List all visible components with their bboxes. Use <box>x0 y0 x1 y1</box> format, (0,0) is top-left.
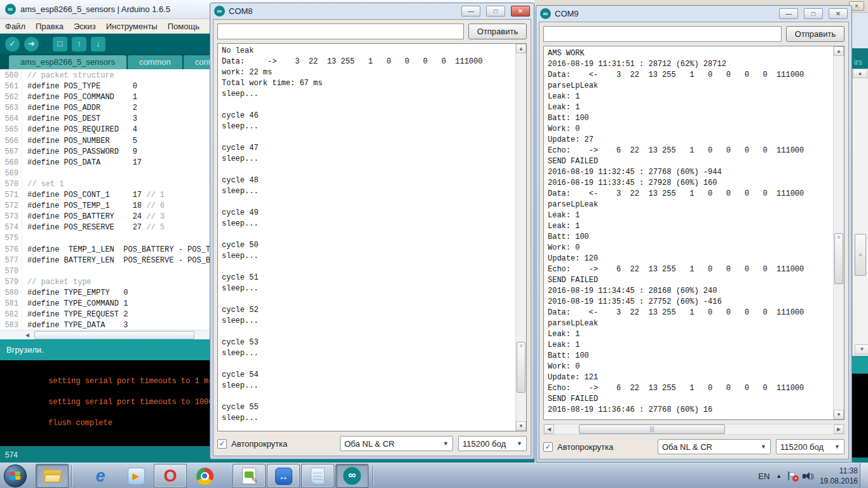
vertical-scrollbar[interactable]: ▲ ≡ ▼ <box>833 46 844 419</box>
line-ending-select[interactable]: Оба NL & CR ▼ <box>340 436 453 451</box>
taskbar-opera-button[interactable]: O <box>154 464 187 488</box>
horizontal-scrollbar[interactable]: ◀ ||| ▶ <box>543 424 844 435</box>
scroll-right-icon[interactable]: ▶ <box>834 424 844 434</box>
scroll-up-icon[interactable]: ▲ <box>834 46 844 56</box>
verify-button[interactable]: ✓ <box>5 37 20 51</box>
arduino-logo-icon: ∞ <box>5 4 16 15</box>
volume-icon[interactable]: )) <box>803 472 813 480</box>
arduino-logo-icon: ∞ <box>540 8 551 19</box>
scroll-up-icon[interactable]: ▲ <box>853 69 867 78</box>
taskbar-internet-explorer-button[interactable]: e <box>84 464 117 488</box>
autoscroll-label: Автопрокрутка <box>231 439 287 449</box>
chrome-icon <box>196 468 214 485</box>
open-sketch-button[interactable]: ↑ <box>72 37 86 51</box>
tray-time: 11:38 <box>820 466 858 476</box>
scrollbar-thumb[interactable] <box>34 331 194 339</box>
chevron-down-icon: ▼ <box>517 440 522 447</box>
taskbar-divider <box>71 465 72 487</box>
menu-file[interactable]: Файл <box>0 22 31 31</box>
notepad-plus-plus-icon: ✎ <box>242 468 256 484</box>
line-ending-select[interactable]: Оба NL & CR ▼ <box>658 439 771 454</box>
menu-help[interactable]: Помощь <box>163 22 205 31</box>
arduino-icon: ∞ <box>343 467 361 485</box>
chevron-down-icon: ▼ <box>834 444 840 450</box>
minimize-button[interactable]: — <box>779 8 798 19</box>
start-button[interactable] <box>4 464 27 487</box>
baud-rate-select[interactable]: 115200 бод ▼ <box>458 436 527 451</box>
serial-output-text: AMS WORK 2016-08-19 11:31:51 : 28712 (62… <box>544 46 844 417</box>
send-button[interactable]: Отправить <box>786 26 844 42</box>
com8-titlebar[interactable]: ∞ COM8 — □ ✕ <box>213 3 531 19</box>
autoscroll-checkbox[interactable]: ✓ <box>543 442 553 452</box>
scrollbar-thumb[interactable]: ≡ <box>855 234 866 276</box>
internet-explorer-icon: e <box>95 468 105 485</box>
background-window-statusbar-fragment <box>852 356 868 374</box>
taskbar-teamviewer-button[interactable]: ↔ <box>267 464 300 488</box>
system-tray: EN ▲ × )) 11:38 19.08.2016 <box>758 463 858 488</box>
maximize-button[interactable]: □ <box>804 8 823 19</box>
save-sketch-button[interactable]: ↓ <box>91 37 105 51</box>
notepad-icon <box>311 468 325 484</box>
scroll-up-icon[interactable]: ▲ <box>516 44 526 53</box>
close-button[interactable]: ✕ <box>511 6 530 17</box>
background-arduino-window-strip: irs ▲ ≡ ▼ <box>852 13 868 463</box>
windows-logo-icon <box>10 471 22 481</box>
autoscroll-label: Автопрокрутка <box>557 442 613 452</box>
serial-output-text: No leak Data: -> 3 22 13 255 1 0 0 0 0 1… <box>218 44 526 426</box>
send-button[interactable]: Отправить <box>468 24 527 39</box>
minimize-button[interactable]: — <box>461 6 480 17</box>
show-hidden-icons-icon[interactable]: ▲ <box>776 473 782 479</box>
taskbar-notepad-button[interactable] <box>301 464 334 488</box>
window-title: COM9 <box>555 9 773 18</box>
autoscroll-checkbox[interactable]: ✓ <box>217 439 227 449</box>
menu-edit[interactable]: Правка <box>31 22 69 31</box>
scrollbar-thumb[interactable]: ≡ <box>834 233 843 284</box>
serial-monitor-com9-window: ∞ COM9 — □ ✕ Отправить AMS WORK 2016-08-… <box>536 5 852 463</box>
scroll-down-icon[interactable]: ▼ <box>516 421 526 431</box>
taskbar-chrome-button[interactable] <box>188 464 221 488</box>
language-indicator[interactable]: EN <box>758 471 770 481</box>
taskbar-media-player-button[interactable]: ▶ <box>119 464 153 488</box>
serial-monitor-com8-window: ∞ COM8 — □ ✕ Отправить No leak Data: -> … <box>210 3 534 459</box>
tab-common[interactable]: common <box>128 55 182 69</box>
show-desktop-button[interactable] <box>860 463 868 488</box>
taskbar-explorer-button[interactable] <box>36 464 69 488</box>
scroll-down-icon[interactable]: ▼ <box>855 344 868 355</box>
vertical-scrollbar[interactable]: ▲ ≡ ▼ <box>515 44 526 431</box>
scroll-left-icon[interactable]: ◀ <box>23 331 32 339</box>
chevron-down-icon: ▼ <box>761 444 766 450</box>
baud-rate-select[interactable]: 115200 бод ▼ <box>776 439 844 454</box>
background-window-tabbar-fragment: irs <box>852 48 868 69</box>
new-sketch-button[interactable]: □ <box>53 37 67 51</box>
media-player-icon: ▶ <box>128 468 145 485</box>
serial-send-input[interactable] <box>217 24 464 39</box>
scroll-down-icon[interactable]: ▼ <box>834 410 844 419</box>
com9-titlebar[interactable]: ∞ COM9 — □ ✕ <box>539 6 849 22</box>
serial-output-area[interactable]: AMS WORK 2016-08-19 11:31:51 : 28712 (62… <box>543 46 844 420</box>
scrollbar-thumb[interactable]: ≡ <box>517 342 526 393</box>
scrollbar-thumb[interactable]: ||| <box>579 424 725 434</box>
background-window-scrollbar[interactable]: ▲ ≡ ▼ <box>852 69 868 356</box>
taskbar-arduino-button[interactable]: ∞ <box>336 464 369 488</box>
folder-icon <box>44 470 61 482</box>
action-center-flag-icon[interactable]: × <box>788 471 796 480</box>
background-window-console-fragment <box>852 374 868 458</box>
close-button[interactable]: ✕ <box>829 8 848 19</box>
upload-button[interactable]: ➜ <box>24 37 39 51</box>
error-badge-icon: × <box>792 475 799 482</box>
taskbar-divider <box>372 465 374 487</box>
clock[interactable]: 11:38 19.08.2016 <box>820 466 858 486</box>
serial-output-area[interactable]: No leak Data: -> 3 22 13 255 1 0 0 0 0 1… <box>217 43 527 431</box>
tray-date: 19.08.2016 <box>820 476 858 486</box>
menu-sketch[interactable]: Эскиз <box>69 22 101 31</box>
baud-rate-value: 115200 бод <box>463 439 506 449</box>
maximize-button[interactable]: □ <box>486 6 505 17</box>
menu-tools[interactable]: Инструменты <box>101 22 163 31</box>
taskbar-notepad-plus-plus-button[interactable]: ✎ <box>233 464 266 488</box>
background-window-footer-fragment <box>852 458 868 463</box>
serial-send-input[interactable] <box>543 26 782 42</box>
background-tab-label: irs <box>854 58 862 67</box>
scroll-left-icon[interactable]: ◀ <box>544 424 554 434</box>
tab-ams-esp8266-5-sensors[interactable]: ams_esp8266_5_sensors <box>9 55 126 69</box>
baud-rate-value: 115200 бод <box>780 442 824 452</box>
